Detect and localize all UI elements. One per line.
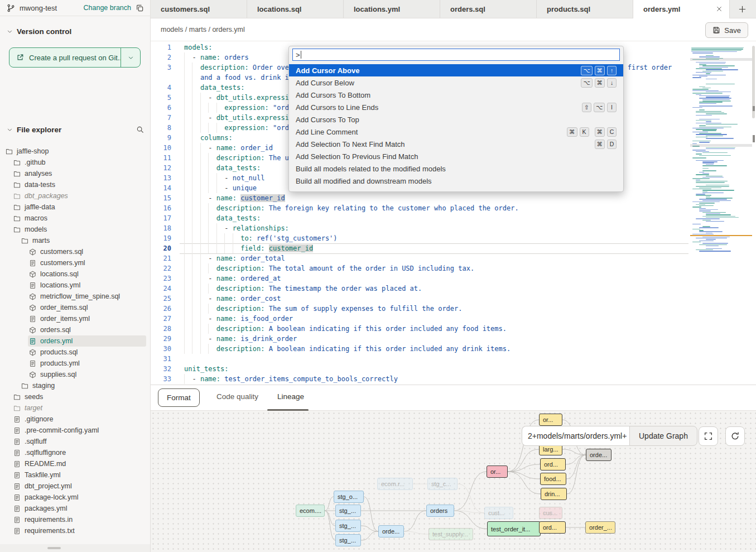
file-tree-folder-jaffle-data[interactable]: jaffle-data: [12, 201, 146, 213]
palette-item-add-cursor-above[interactable]: Add Cursor Above⌥⌘↑: [289, 64, 623, 76]
editor-vertical-scrollbar[interactable]: [752, 41, 756, 384]
editor-tab-locations.sql[interactable]: locations.sql: [247, 0, 344, 18]
lineage-node-or_ty[interactable]: or...: [539, 414, 562, 426]
minimap-line: [692, 141, 711, 141]
lineage-node-drin[interactable]: drin...: [541, 488, 567, 500]
file-tree-item-metricflow_time_spine.sql[interactable]: metricflow_time_spine.sql: [28, 291, 146, 302]
file-tree-item-order_items.yml[interactable]: order_items.yml: [28, 313, 146, 324]
editor-tab-products.sql[interactable]: products.sql: [537, 0, 633, 18]
lineage-node-orders[interactable]: orders: [426, 505, 454, 517]
lineage-node-orde_gray[interactable]: orde...: [586, 449, 611, 461]
file-tree-item-package-lock.yml[interactable]: package-lock.yml: [12, 492, 146, 503]
lineage-node-orde_b[interactable]: orde...: [378, 525, 404, 537]
file-tree-item-.pre-commit-config.yaml[interactable]: .pre-commit-config.yaml: [12, 425, 146, 436]
lineage-node-test_g[interactable]: test_order_it...: [487, 521, 541, 536]
file-tree-item-orders.sql[interactable]: orders.sql: [28, 324, 146, 335]
file-tree-item-requirements.in[interactable]: requirements.in: [12, 514, 146, 525]
command-palette-input[interactable]: >: [292, 49, 620, 61]
create-pr-dropdown-button[interactable]: [121, 48, 140, 67]
file-tree-folder-data-tests[interactable]: data-tests: [12, 179, 146, 190]
file-tree-folder-dbt_packages[interactable]: dbt_packages: [12, 190, 146, 201]
lineage-selector-input[interactable]: 2+models/marts/orders.yml+: [522, 426, 629, 446]
file-tree-item-order_items.sql[interactable]: order_items.sql: [28, 302, 146, 313]
lineage-node-testso_f[interactable]: test_supply...: [428, 528, 473, 540]
minimap-line: [692, 242, 701, 242]
create-pr-button[interactable]: Create a pull request on Git...: [9, 48, 121, 67]
lineage-node-ecomr_f[interactable]: ecom.r...: [377, 478, 413, 490]
line-number: 15: [151, 193, 171, 203]
palette-item-add-line-comment[interactable]: Add Line Comment⌘K⌘C: [289, 126, 623, 138]
lineage-node-food[interactable]: food...: [540, 473, 566, 485]
lineage-node-ord_m[interactable]: ord...: [540, 458, 566, 471]
file-tree-item-README.md[interactable]: README.md: [12, 458, 146, 469]
version-control-header[interactable]: Version control: [0, 26, 151, 37]
search-icon[interactable]: [136, 126, 144, 133]
file-tree-folder-analyses[interactable]: analyses: [12, 168, 146, 179]
lineage-node-stg_2[interactable]: stg_...: [335, 520, 361, 532]
format-button[interactable]: Format: [158, 388, 200, 407]
file-tree-item-customers.yml[interactable]: customers.yml: [28, 257, 146, 268]
file-tree-item-locations.yml[interactable]: locations.yml: [28, 280, 146, 291]
file-tree-item-products.sql[interactable]: products.sql: [28, 347, 146, 358]
file-tree-item-.sqlfluffignore[interactable]: .sqlfluffignore: [12, 447, 146, 458]
lineage-node-stg_1[interactable]: stg_...: [335, 505, 361, 517]
file-tree-folder-macros[interactable]: macros: [12, 213, 146, 224]
lineage-node-order_y[interactable]: order_...: [585, 521, 615, 534]
file-tree-folder-models[interactable]: models: [12, 224, 146, 235]
minimap-line: [696, 72, 711, 73]
lineage-node-stg_o[interactable]: stg_o...: [334, 491, 364, 503]
palette-item-build-all-models-related-to-the-modified-models[interactable]: Build all models related to the modified…: [289, 162, 623, 175]
tab-lineage[interactable]: Lineage: [277, 392, 304, 401]
file-tree-folder-staging[interactable]: staging: [20, 380, 146, 391]
file-tree-item-supplies.sql[interactable]: supplies.sql: [28, 369, 146, 380]
palette-item-add-selection-to-next-find-match[interactable]: Add Selection To Next Find Match⌘D: [289, 138, 623, 150]
lineage-node-stgc_f[interactable]: stg_c...: [427, 478, 458, 490]
editor-tab-customers.sql[interactable]: customers.sql: [151, 0, 247, 18]
sidebar-horizontal-scrollbar[interactable]: [0, 544, 150, 552]
refresh-button[interactable]: [725, 426, 745, 446]
file-tree-item-dbt_project.yml[interactable]: dbt_project.yml: [12, 481, 146, 492]
tab-code-quality[interactable]: Code quality: [216, 392, 258, 401]
file-tree-item-customers.sql[interactable]: customers.sql: [28, 246, 146, 257]
file-tree-folder-seeds[interactable]: seeds: [12, 391, 146, 402]
file-tree-item-locations.sql[interactable]: locations.sql: [28, 268, 146, 280]
palette-item-add-cursors-to-top[interactable]: Add Cursors To Top: [289, 113, 623, 126]
palette-item-build-all-modified-and-downstream-models[interactable]: Build all modified and downstream models: [289, 175, 623, 187]
file-tree-item-requirements.txt[interactable]: requirements.txt: [12, 525, 146, 536]
file-tree-item-.gitignore[interactable]: .gitignore: [12, 414, 146, 425]
new-tab-button[interactable]: [730, 0, 754, 18]
scrollbar-handle[interactable]: [47, 547, 61, 549]
copy-icon[interactable]: [136, 4, 144, 12]
lineage-node-ecom_raw[interactable]: ecom....: [296, 505, 325, 517]
file-tree-item-products.yml[interactable]: products.yml: [28, 358, 146, 369]
editor-tab-orders.yml[interactable]: orders.yml: [633, 0, 730, 18]
editor-tab-orders.sql[interactable]: orders.sql: [440, 0, 537, 18]
file-tree-item-Taskfile.yml[interactable]: Taskfile.yml: [12, 469, 146, 481]
lineage-node-cus_f[interactable]: cus...: [539, 507, 562, 519]
lineage-node-ord_b2[interactable]: ord...: [539, 521, 566, 534]
lineage-node-or_pink[interactable]: or...: [487, 465, 508, 478]
palette-item-add-cursors-to-line-ends[interactable]: Add Cursors to Line Ends⇧⌥I: [289, 101, 623, 113]
editor-tab-locations.yml[interactable]: locations.yml: [344, 0, 440, 18]
change-branch-link[interactable]: Change branch: [84, 4, 131, 12]
palette-item-add-cursor-below[interactable]: Add Cursor Below⌥⌘↓: [289, 76, 623, 89]
file-tree-folder-.github[interactable]: .github: [12, 157, 146, 168]
fullscreen-button[interactable]: [699, 426, 718, 446]
lineage-node-stg_3[interactable]: stg_...: [335, 534, 361, 546]
file-tree-folder-marts[interactable]: marts: [20, 235, 146, 246]
lineage-node-cust_f[interactable]: cust...: [484, 507, 513, 519]
editor-minimap[interactable]: [690, 47, 752, 255]
palette-item-add-selection-to-previous-find-match[interactable]: Add Selection To Previous Find Match: [289, 150, 623, 162]
save-button[interactable]: Save: [705, 22, 748, 38]
minimap-line: [692, 77, 701, 78]
file-tree-item-.sqlfluff[interactable]: .sqlfluff: [12, 436, 146, 447]
file-tree-item-orders.yml[interactable]: orders.yml: [28, 335, 146, 347]
update-graph-button[interactable]: Update Graph: [629, 426, 697, 446]
lineage-graph[interactable]: ecom....stg_o...stg_...stg_...stg_...ord…: [151, 411, 756, 552]
close-tab-icon[interactable]: [716, 6, 723, 12]
file-tree-folder-jaffle-shop[interactable]: jaffle-shop: [4, 146, 146, 157]
palette-item-add-cursors-to-bottom[interactable]: Add Cursors To Bottom: [289, 89, 623, 101]
file-tree-item-packages.yml[interactable]: packages.yml: [12, 503, 146, 514]
file-explorer-header[interactable]: File explorer: [0, 124, 151, 135]
file-tree-folder-target[interactable]: target: [12, 402, 146, 414]
